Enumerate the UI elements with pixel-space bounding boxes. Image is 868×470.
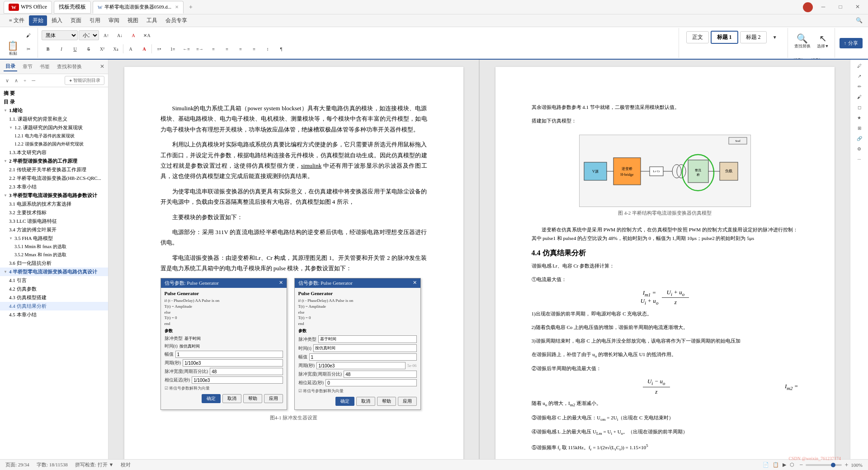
toc-item-4-5[interactable]: 4.5 本章小结: [0, 310, 108, 319]
dialog1-cancel[interactable]: 取消: [222, 394, 241, 403]
font-color-button[interactable]: A: [127, 29, 140, 42]
underline-button[interactable]: U: [69, 42, 81, 55]
paste-button[interactable]: 📋 粘贴: [5, 36, 21, 60]
dialog2-close[interactable]: ✕: [413, 280, 417, 287]
font-color-btn2[interactable]: A: [138, 42, 151, 55]
simulink-link[interactable]: simulink: [301, 162, 322, 169]
sidebar-tab-find[interactable]: 查找和替换: [55, 62, 84, 71]
toc-item-1-2-1[interactable]: 1.2.1 电力电子器件的发展现状: [0, 132, 108, 140]
toc-collapse[interactable]: ─: [30, 77, 37, 84]
view-print-icon[interactable]: 📄: [763, 462, 769, 468]
sidebar-tab-chapters[interactable]: 章节: [21, 62, 34, 71]
toc-item-1-1[interactable]: 1.1. 课题研究的背景和意义: [0, 115, 108, 123]
styles-dropdown[interactable]: ▼: [769, 31, 781, 44]
italic-button[interactable]: I: [55, 42, 68, 55]
toc-item-2-1[interactable]: 2.1 传统硬开关半桥变换器工作原理: [0, 165, 108, 174]
sidebar-tab-bookmarks[interactable]: 书签: [38, 62, 52, 71]
toc-item-3-4[interactable]: 3.4 方波的傅立叶展开: [0, 226, 108, 234]
d2-phase-input[interactable]: [326, 379, 416, 386]
toc-item-3-3[interactable]: 3.3 LLC 谐振电路特征: [0, 217, 108, 226]
menu-tools[interactable]: 工具: [143, 15, 161, 26]
toc-item-3-2[interactable]: 3.2 主要技术指标: [0, 208, 108, 217]
dialog1-close[interactable]: ✕: [279, 280, 283, 287]
annotation-tool[interactable]: 🖊: [857, 63, 862, 68]
font-size-select[interactable]: 小二: [79, 30, 99, 40]
dialog2-ok[interactable]: 确定: [335, 397, 354, 406]
minimize-button[interactable]: ─: [816, 3, 830, 12]
d2-period-input[interactable]: [316, 362, 406, 369]
sidebar-tab-toc[interactable]: 目录: [4, 62, 17, 71]
style-normal[interactable]: 正文: [686, 31, 709, 43]
indent-left-button[interactable]: ←≡: [180, 42, 193, 55]
toc-item-ch2[interactable]: ▼2 半桥型谐振变换器的工作原理: [0, 157, 108, 165]
pointer-tool[interactable]: ↗: [858, 74, 861, 79]
menu-references[interactable]: 引用: [86, 15, 104, 26]
indent-right-button[interactable]: ≡→: [193, 42, 206, 55]
menu-file[interactable]: ≡ 文件: [5, 15, 28, 26]
outline-button[interactable]: 排列▼: [792, 54, 809, 60]
restore-button[interactable]: □: [834, 3, 847, 12]
user-avatar[interactable]: [803, 2, 813, 12]
dialog2-help[interactable]: 帮助: [377, 397, 396, 406]
format-painter-button[interactable]: 🖌: [22, 29, 35, 42]
toc-add[interactable]: +: [22, 77, 28, 84]
eraser-tool[interactable]: ◻: [858, 105, 861, 110]
share-button[interactable]: ↑ 分享: [840, 38, 863, 48]
link-tool[interactable]: 🔗: [857, 136, 862, 141]
wps-office-tab[interactable]: W WPS Office: [4, 1, 52, 14]
toc-button[interactable]: 排列▼: [809, 54, 826, 60]
field-duty-input[interactable]: [210, 368, 283, 375]
toc-item-2-3[interactable]: 2.3 本章小结: [0, 183, 108, 191]
doc-tab-close[interactable]: ✕: [175, 5, 179, 9]
word-count[interactable]: 字数: 18/11538: [37, 461, 68, 468]
toc-item-4-2[interactable]: 4.2 仿真参数: [0, 285, 108, 293]
spacing-button[interactable]: ↕: [261, 42, 274, 55]
toc-nav-up[interactable]: ∧: [13, 77, 20, 85]
style-h1[interactable]: 标题 1: [711, 31, 738, 44]
menu-review[interactable]: 审阅: [105, 15, 123, 26]
dialog1-ok[interactable]: 确定: [202, 394, 221, 403]
view-grid-icon[interactable]: ⬡: [790, 462, 794, 468]
view-play-icon[interactable]: ▶: [783, 462, 786, 468]
toc-item-1-2-2[interactable]: 1.2.2 谐振变换器的国内外研究现状: [0, 140, 108, 148]
toc-nav-down[interactable]: ∨: [4, 77, 11, 85]
find-replace-button[interactable]: 🔍 查找替换: [792, 29, 813, 54]
correction[interactable]: 校对: [121, 461, 131, 468]
ai-toc-button[interactable]: ✦ 智能识别目录: [65, 76, 104, 85]
toc-item-3-5[interactable]: ▼3.5 FHA 电路模型: [0, 234, 108, 243]
bullets-button[interactable]: ≡•: [153, 42, 165, 55]
dialog1-apply[interactable]: 应用: [264, 394, 283, 403]
sidebar-close-button[interactable]: ✕: [100, 63, 104, 70]
toc-item-ch4[interactable]: ▼4 半桥型零电流谐振变换器电路仿真设计: [0, 268, 108, 276]
toc-item-ch1[interactable]: ▼1.绪论: [0, 106, 108, 115]
strikethrough-button[interactable]: S̶: [82, 42, 95, 55]
subscript-button[interactable]: X₂: [109, 42, 122, 55]
menu-search[interactable]: 🔍: [856, 17, 863, 24]
view-web-icon[interactable]: 📋: [773, 462, 779, 468]
zoom-in-btn[interactable]: +: [844, 461, 848, 469]
more-tool[interactable]: ···: [858, 157, 861, 162]
dialog2-apply[interactable]: 应用: [398, 397, 417, 406]
new-tab-button[interactable]: +: [185, 2, 196, 13]
toc-item-3-6[interactable]: 3.6 归一化阻抗分析: [0, 259, 108, 268]
toc-item-3-5-2[interactable]: 3.5.2 Mmax 和 fmin 的选取: [0, 251, 108, 259]
d2-amp-input[interactable]: [309, 353, 417, 361]
grid-tool[interactable]: ⊞: [858, 126, 861, 131]
menu-member[interactable]: 会员专享: [162, 15, 191, 26]
highlight-button[interactable]: A: [124, 42, 137, 55]
toc-item-4-3[interactable]: 4.3 仿真模型搭建: [0, 293, 108, 302]
increase-size-button[interactable]: A↑: [100, 29, 113, 42]
menu-layout[interactable]: 页面: [67, 15, 85, 26]
numbering-button[interactable]: 1≡: [166, 42, 179, 55]
pen-tool[interactable]: ✏: [858, 84, 861, 89]
toc-item-2-2[interactable]: 2.2 半桥零电流谐振变换器(HB-ZCS-QRC...: [0, 174, 108, 183]
dialog2-cancel[interactable]: 取消: [356, 397, 375, 406]
align-right-button[interactable]: ≡: [234, 42, 247, 55]
toc-item-4-1[interactable]: 4.1 引言: [0, 276, 108, 285]
zoom-percent[interactable]: 100%: [851, 462, 863, 468]
select-button[interactable]: ↖ 选择▼: [814, 29, 832, 54]
star-tool[interactable]: ★: [857, 115, 861, 120]
toc-item-contents[interactable]: 目 录: [0, 98, 108, 106]
toc-item-3-5-1[interactable]: 3.5.1 Mmin 和 fmax 的选取: [0, 243, 108, 251]
bold-button[interactable]: B: [42, 42, 54, 55]
